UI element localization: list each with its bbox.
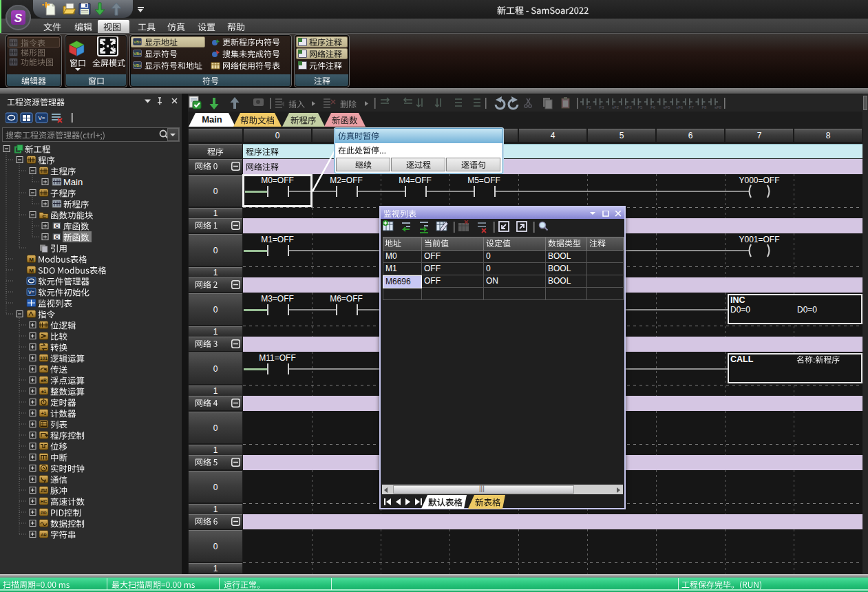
svg-text:AB: AB [41, 533, 47, 537]
svg-text:C: C [55, 235, 59, 240]
svg-text:C: C [42, 214, 45, 219]
svg-text:S: S [14, 12, 23, 25]
svg-text:F6: F6 [650, 105, 656, 109]
svg-text:sF5: sF5 [664, 105, 671, 109]
svg-text:F7: F7 [689, 105, 695, 109]
svg-text:sF2: sF2 [612, 105, 620, 109]
svg-text:sF6: sF6 [676, 105, 684, 109]
svg-text:+1: +1 [41, 411, 47, 416]
svg-text:±R: ±R [41, 378, 47, 383]
svg-text:M: M [29, 257, 34, 263]
svg-text:F3: F3 [600, 105, 605, 109]
svg-text:F8: F8 [701, 105, 707, 109]
svg-text:PID: PID [41, 511, 47, 515]
svg-text:101: 101 [40, 356, 47, 361]
svg-text:F2: F2 [586, 105, 592, 109]
svg-text:F5: F5 [637, 105, 643, 109]
svg-text:sF3: sF3 [625, 105, 633, 109]
svg-text:±1: ±1 [41, 389, 47, 394]
svg-text:M: M [29, 268, 34, 274]
svg-text:sF8: sF8 [714, 105, 722, 109]
svg-text:HC: HC [41, 499, 47, 504]
svg-text:V=: V= [28, 290, 34, 295]
